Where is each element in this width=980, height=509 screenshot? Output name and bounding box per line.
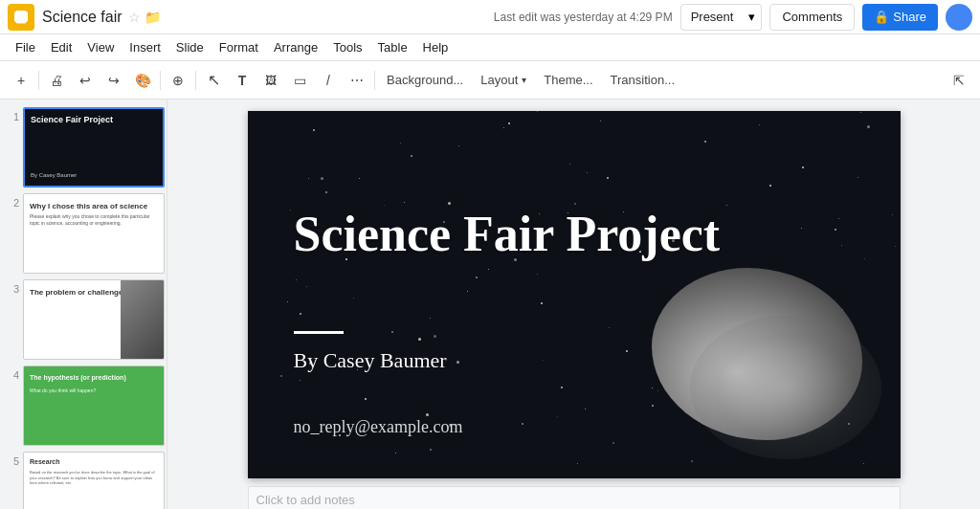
- toolbar: + 🖨 ↩ ↪ 🎨 ⊕ ↖ T 🖼 ▭ / ⋯ Background... La…: [0, 61, 980, 100]
- toolbar-separator-2: [160, 71, 161, 90]
- print-button[interactable]: 🖨: [43, 67, 70, 94]
- image-button[interactable]: 🖼: [257, 67, 284, 94]
- slide-main-title: Science Fair Project: [294, 207, 721, 261]
- last-edit-label: Last edit was yesterday at 4:29 PM: [494, 11, 673, 24]
- comments-button[interactable]: Comments: [769, 4, 855, 31]
- background-label: Background...: [387, 73, 463, 87]
- notes-placeholder: Click to add notes: [256, 493, 355, 507]
- menu-file[interactable]: File: [8, 38, 43, 56]
- undo-button[interactable]: ↩: [72, 67, 99, 94]
- canvas-area: Science Fair Project By Casey Baumer no_…: [167, 100, 980, 509]
- shape-button[interactable]: ▭: [286, 67, 313, 94]
- slide-thumb-text: What do you think will happen?: [30, 387, 125, 393]
- slide-number: 3: [4, 283, 19, 295]
- slide-thumb-text: Please explain why you chose to complete…: [30, 213, 158, 226]
- present-button[interactable]: Present: [680, 4, 744, 31]
- slide-thumb-image: [121, 280, 164, 359]
- menu-arrange[interactable]: Arrange: [266, 38, 325, 56]
- theme-button[interactable]: Theme...: [536, 67, 600, 94]
- list-item[interactable]: 3 The problem or challenge: [4, 279, 163, 360]
- layout-arrow-icon: ▾: [522, 75, 526, 85]
- slide-number: 5: [4, 455, 19, 467]
- slide-thumb-title: Research: [30, 458, 60, 465]
- paint-format-button[interactable]: 🎨: [129, 67, 156, 94]
- slide-thumbnail[interactable]: Why I chose this area of science Please …: [23, 193, 165, 274]
- main-area: 1 Science Fair Project By Casey Baumer 2…: [0, 100, 980, 509]
- title-bar-right: Last edit was yesterday at 4:29 PM Prese…: [494, 4, 972, 31]
- list-item[interactable]: 4 The hypothesis (or prediction) What do…: [4, 365, 163, 446]
- document-title: Science fair: [42, 9, 122, 26]
- menu-format[interactable]: Format: [212, 38, 266, 56]
- slide-number: 4: [4, 369, 19, 381]
- title-bar: Science fair ☆ 📁 Last edit was yesterday…: [0, 0, 980, 34]
- slide-thumbnail[interactable]: Research Based on the research you've do…: [23, 452, 165, 509]
- list-item[interactable]: 2 Why I chose this area of science Pleas…: [4, 193, 163, 274]
- slide-number: 1: [4, 111, 19, 122]
- folder-icon[interactable]: 📁: [145, 10, 161, 25]
- slide-panel[interactable]: 1 Science Fair Project By Casey Baumer 2…: [0, 100, 167, 509]
- app-icon: [8, 4, 34, 31]
- slide-thumbnail[interactable]: The problem or challenge: [23, 279, 165, 360]
- zoom-button[interactable]: ⊕: [165, 67, 191, 94]
- background-button[interactable]: Background...: [379, 67, 471, 94]
- menu-slide[interactable]: Slide: [168, 38, 212, 56]
- notes-area[interactable]: Click to add notes: [248, 486, 901, 509]
- slide-thumbnail[interactable]: Science Fair Project By Casey Baumer: [23, 107, 165, 188]
- slide-thumb-text: Based on the research you've done descri…: [30, 470, 158, 486]
- star-icon[interactable]: ☆: [128, 10, 141, 25]
- slide-divider: [294, 331, 344, 334]
- transition-label: Transition...: [611, 73, 675, 87]
- zoom-in-button[interactable]: +: [8, 67, 34, 94]
- theme-label: Theme...: [544, 73, 592, 87]
- cursor-button[interactable]: ↖: [200, 67, 227, 94]
- slide-email: no_reply@example.com: [294, 417, 463, 437]
- slide-thumbnail[interactable]: The hypothesis (or prediction) What do y…: [23, 365, 165, 446]
- line-button[interactable]: /: [315, 67, 342, 94]
- slide-thumb-subtitle: By Casey Baumer: [31, 172, 77, 178]
- share-lock-icon: 🔒: [874, 10, 889, 24]
- slide-number: 2: [4, 197, 19, 209]
- toolbar-separator-3: [195, 71, 196, 90]
- toolbar-separator-4: [374, 71, 375, 90]
- slide-author: By Casey Baumer: [294, 348, 447, 373]
- more-tools-button[interactable]: ⋯: [344, 67, 370, 94]
- present-btn-group: Present ▾: [680, 4, 763, 31]
- menu-help[interactable]: Help: [415, 38, 457, 56]
- layout-label: Layout: [480, 73, 518, 87]
- slide-thumb-title: Science Fair Project: [31, 115, 157, 124]
- menu-edit[interactable]: Edit: [43, 38, 79, 56]
- slide-thumb-heading: Why I chose this area of science: [30, 202, 158, 210]
- transition-button[interactable]: Transition...: [603, 67, 682, 94]
- text-tool-button[interactable]: T: [229, 67, 256, 94]
- avatar[interactable]: [946, 4, 972, 31]
- menu-tools[interactable]: Tools: [325, 38, 369, 56]
- toolbar-separator: [38, 71, 39, 90]
- menu-view[interactable]: View: [79, 38, 122, 56]
- menu-insert[interactable]: Insert: [122, 38, 168, 56]
- layout-button[interactable]: Layout ▾: [473, 67, 534, 94]
- slide-thumb-heading: The hypothesis (or prediction): [30, 374, 158, 381]
- collapse-toolbar-button[interactable]: ⇱: [946, 67, 972, 94]
- list-item[interactable]: 5 Research Based on the research you've …: [4, 452, 163, 509]
- redo-button[interactable]: ↪: [100, 67, 127, 94]
- menu-bar: File Edit View Insert Slide Format Arran…: [0, 34, 980, 61]
- share-button[interactable]: 🔒 Share: [862, 4, 938, 31]
- slide-canvas[interactable]: Science Fair Project By Casey Baumer no_…: [248, 111, 901, 478]
- present-dropdown-arrow[interactable]: ▾: [743, 4, 762, 31]
- list-item[interactable]: 1 Science Fair Project By Casey Baumer: [4, 107, 163, 188]
- menu-table[interactable]: Table: [370, 38, 415, 56]
